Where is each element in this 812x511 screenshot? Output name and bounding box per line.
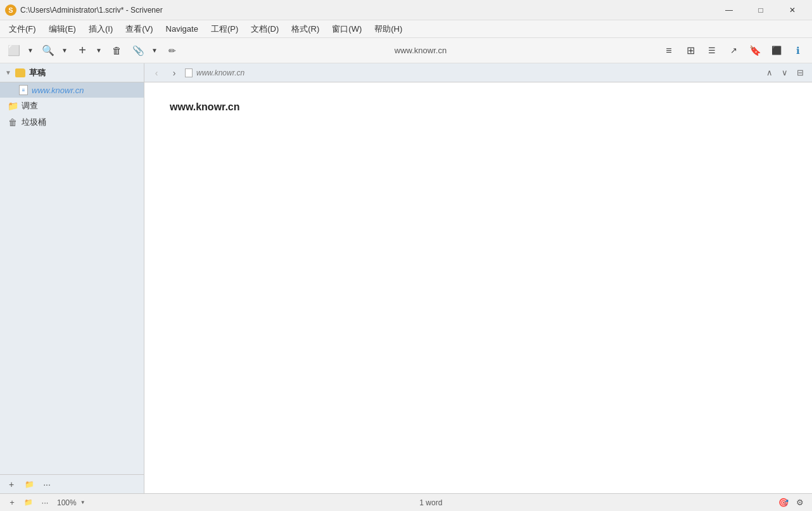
sidebar-header: ▼ 草稿: [0, 63, 144, 82]
bookmark-icon: 🔖: [749, 45, 761, 56]
editor-header-right: ∧ ∨ ⊟: [763, 66, 807, 80]
research-folder-icon: 📁: [8, 101, 18, 111]
menu-format[interactable]: 格式(R): [285, 21, 326, 37]
toolbar-right: ≡ ⊞ ☰ ↗ 🔖 ⬛ ℹ: [659, 41, 808, 60]
breadcrumb-doc-icon: [185, 68, 193, 77]
clip-button[interactable]: 📎: [128, 41, 148, 60]
menu-insert[interactable]: 插入(I): [82, 21, 119, 37]
corkboard-view-button[interactable]: ⊞: [680, 41, 701, 60]
target-button[interactable]: 🎯: [777, 496, 790, 510]
zoom-control: 100% ▼: [54, 497, 86, 508]
menu-document[interactable]: 文档(D): [244, 21, 285, 37]
add-status-button[interactable]: +: [5, 496, 19, 510]
add-button[interactable]: +: [72, 41, 92, 60]
compile-button[interactable]: ↗: [723, 41, 744, 60]
status-left: + 📁 ··· 100% ▼: [5, 496, 86, 510]
info-button[interactable]: ℹ: [788, 41, 808, 60]
add-folder-button[interactable]: 📁: [22, 477, 37, 492]
title-bar-left: S C:\Users\Administrator\1.scriv* - Scri…: [5, 4, 163, 16]
view-dropdown-button[interactable]: ▼: [24, 41, 37, 60]
info-icon: ℹ: [796, 45, 800, 56]
word-count: 1 word: [419, 498, 442, 507]
settings-status-button[interactable]: ⚙: [793, 496, 807, 510]
composition-button[interactable]: ⬛: [766, 41, 787, 60]
breadcrumb-title: www.knowr.cn: [196, 68, 244, 77]
doc-title-breadcrumb: www.knowr.cn: [196, 68, 759, 77]
header-up-button[interactable]: ∧: [763, 66, 777, 80]
zoom-dropdown-arrow[interactable]: ▼: [80, 500, 86, 505]
sidebar-item-trash-label: 垃圾桶: [22, 117, 46, 128]
sidebar-item-doc-label: www.knowr.cn: [32, 86, 84, 95]
status-center: 1 word: [419, 498, 442, 507]
title-bar: S C:\Users\Administrator\1.scriv* - Scri…: [0, 0, 812, 20]
document-heading: www.knowr.cn: [170, 101, 787, 113]
search-icon: 🔍: [42, 44, 54, 56]
view-single-button[interactable]: ⬜: [4, 41, 24, 60]
sidebar-spacer: [0, 131, 144, 474]
add-document-button[interactable]: +: [4, 477, 19, 492]
nav-back-button[interactable]: ‹: [149, 66, 163, 80]
corkboard-view-icon: ⊞: [687, 44, 695, 56]
scrivenings-view-icon: ☰: [708, 46, 716, 55]
toolbar: ⬜ ▼ 🔍 ▼ + ▼ 🗑 📎 ▼ ✏: [0, 38, 812, 63]
outline-view-button[interactable]: ≡: [659, 41, 679, 60]
delete-icon: 🗑: [112, 45, 122, 56]
search-dropdown-button[interactable]: ▼: [58, 41, 71, 60]
zoom-value[interactable]: 100%: [54, 497, 79, 508]
add-dropdown-arrow: ▼: [96, 47, 102, 54]
header-expand-button[interactable]: ⊟: [793, 66, 807, 80]
menu-window[interactable]: 窗口(W): [326, 21, 368, 37]
view-single-icon: ⬜: [8, 44, 20, 56]
compile-icon: ↗: [730, 46, 737, 55]
header-down-button[interactable]: ∨: [778, 66, 792, 80]
more-options-button[interactable]: ···: [39, 477, 54, 492]
sidebar-item-doc[interactable]: ≡ www.knowr.cn: [0, 82, 144, 98]
bookmark-button[interactable]: 🔖: [745, 41, 765, 60]
window-controls: — □ ✕: [714, 0, 807, 20]
minimize-button[interactable]: —: [714, 0, 744, 20]
menu-edit[interactable]: 编辑(E): [42, 21, 82, 37]
menu-project[interactable]: 工程(P): [205, 21, 244, 37]
status-bar: + 📁 ··· 100% ▼ 1 word 🎯 ⚙: [0, 493, 812, 511]
close-button[interactable]: ✕: [778, 0, 807, 20]
sidebar-footer: + 📁 ···: [0, 474, 144, 493]
sidebar-collapse-arrow[interactable]: ▼: [5, 69, 11, 76]
menu-navigate[interactable]: Navigate: [160, 22, 205, 36]
maximize-button[interactable]: □: [746, 0, 775, 20]
more-status-button[interactable]: ···: [38, 496, 52, 510]
sidebar-item-research[interactable]: 📁 调查: [0, 98, 144, 114]
add-folder-status-button[interactable]: 📁: [22, 496, 35, 510]
menu-help[interactable]: 帮助(H): [368, 21, 409, 37]
nav-forward-button[interactable]: ›: [167, 66, 181, 80]
sidebar-draft-label: 草稿: [29, 67, 46, 79]
view-dropdown-arrow: ▼: [27, 47, 34, 54]
sidebar-item-trash[interactable]: 🗑 垃圾桶: [0, 114, 144, 131]
add-dropdown-button[interactable]: ▼: [92, 41, 105, 60]
scrivenings-view-button[interactable]: ☰: [702, 41, 722, 60]
snapshot-icon: ✏: [168, 46, 176, 56]
clip-icon: 📎: [132, 45, 144, 56]
outline-view-icon: ≡: [666, 45, 671, 56]
sidebar: ▼ 草稿 ≡ www.knowr.cn 📁 调查 🗑 垃圾桶 + 📁 ···: [0, 63, 144, 493]
url-bar: www.knowr.cn: [184, 46, 657, 55]
app-icon: S: [5, 4, 16, 16]
editor-content[interactable]: www.knowr.cn: [144, 82, 812, 493]
view-button-group: ⬜ ▼: [4, 41, 37, 60]
editor-text-area[interactable]: www.knowr.cn: [144, 82, 812, 493]
menu-file[interactable]: 文件(F): [3, 21, 42, 37]
add-icon: +: [79, 43, 86, 58]
menu-view[interactable]: 查看(V): [119, 21, 159, 37]
editor-area: ‹ › www.knowr.cn ∧ ∨ ⊟ www.knowr.cn: [144, 63, 812, 493]
clip-button-group: 📎 ▼: [128, 41, 161, 60]
snapshot-button[interactable]: ✏: [162, 41, 182, 60]
search-button-group: 🔍 ▼: [38, 41, 71, 60]
draft-folder-icon: [15, 68, 25, 77]
composition-icon: ⬛: [771, 46, 782, 55]
search-button[interactable]: 🔍: [38, 41, 58, 60]
add-button-group: + ▼: [72, 41, 105, 60]
delete-button[interactable]: 🗑: [106, 41, 127, 60]
editor-header: ‹ › www.knowr.cn ∧ ∨ ⊟: [144, 63, 812, 82]
main-layout: ▼ 草稿 ≡ www.knowr.cn 📁 调查 🗑 垃圾桶 + 📁 ···: [0, 63, 812, 493]
clip-dropdown-button[interactable]: ▼: [148, 41, 161, 60]
sidebar-item-research-label: 调查: [22, 100, 38, 112]
